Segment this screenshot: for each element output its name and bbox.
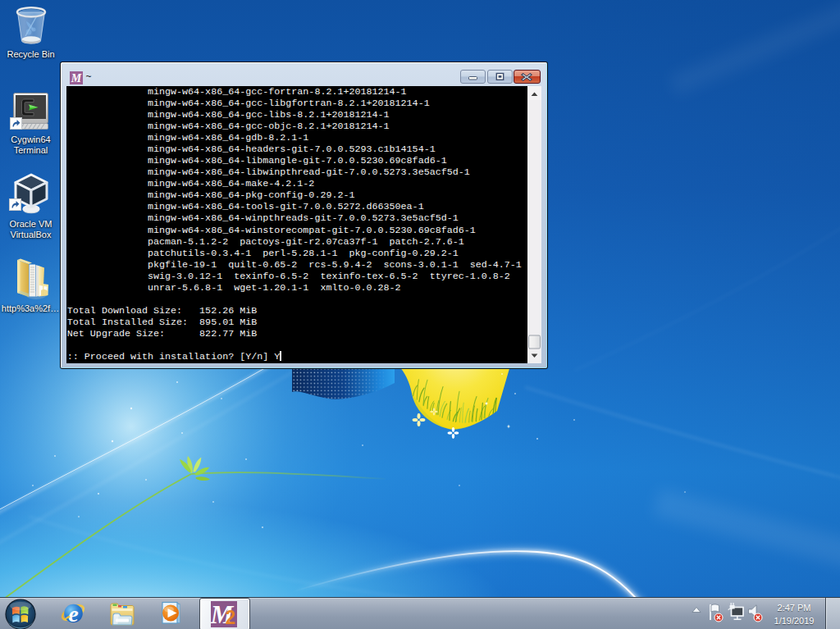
svg-text:M: M — [70, 72, 81, 84]
svg-text:2: 2 — [226, 607, 236, 627]
svg-text:e: e — [68, 601, 78, 626]
